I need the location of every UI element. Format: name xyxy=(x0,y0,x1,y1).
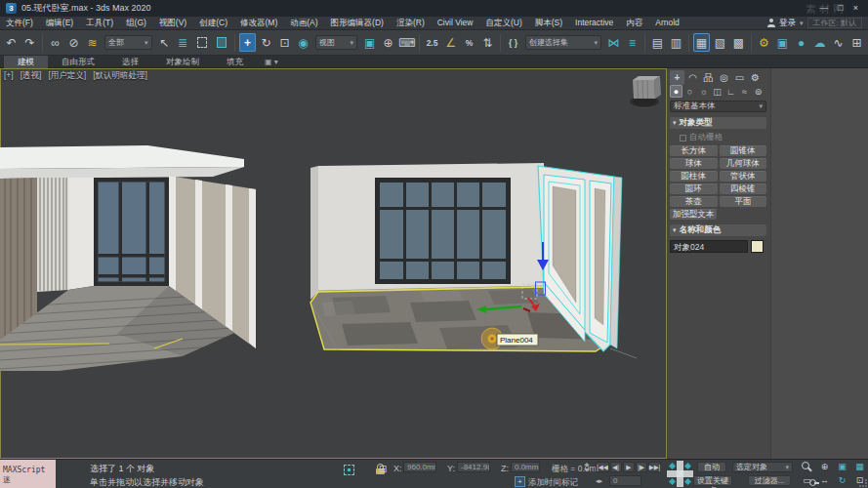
ribbon-tab-populate[interactable]: 填充 xyxy=(213,56,257,68)
current-frame-field[interactable]: 0 xyxy=(609,475,641,486)
key-filters-button[interactable]: 过滤器... xyxy=(748,475,791,486)
object-type-button[interactable]: 几何球体 xyxy=(720,158,767,169)
next-frame-button[interactable]: |▶ xyxy=(636,462,647,472)
render-frame-icon[interactable]: ▣ xyxy=(774,33,791,52)
material-editor-icon[interactable]: ▩ xyxy=(730,33,747,52)
play-button[interactable]: ▶ xyxy=(623,462,635,472)
menu-item[interactable]: 图形编辑器(D) xyxy=(331,18,384,29)
menu-item[interactable]: 渲染(R) xyxy=(396,18,425,29)
select-manipulate-icon[interactable]: ⊕ xyxy=(380,33,396,52)
render-cloud-icon[interactable]: ☁ xyxy=(811,33,828,52)
align-icon[interactable]: ≡ xyxy=(624,33,641,52)
object-type-button[interactable]: 圆柱体 xyxy=(670,171,718,182)
tab-hierarchy[interactable]: 品 xyxy=(701,70,716,85)
menu-item[interactable]: Arnold xyxy=(655,18,680,29)
ribbon-options-icon[interactable]: ▣ ▾ xyxy=(265,58,278,66)
render-production-icon[interactable]: ● xyxy=(793,33,809,52)
textplus-button[interactable]: 加强型文本 xyxy=(670,209,717,220)
sub-helpers[interactable]: ∟ xyxy=(724,85,737,98)
layer-explorer-icon[interactable]: ▥ xyxy=(668,33,684,52)
scene-explorer-icon[interactable]: ▤ xyxy=(649,33,666,52)
orbit-icon[interactable]: ↻ xyxy=(834,474,850,486)
object-name-field[interactable]: 对象024 xyxy=(670,240,748,253)
object-type-button[interactable]: 圆锥体 xyxy=(720,145,767,156)
redo-icon[interactable]: ↷ xyxy=(21,33,38,52)
time-tag-icon[interactable]: + xyxy=(515,476,525,487)
ribbon-tab-freeform[interactable]: 自由形式 xyxy=(48,56,108,68)
viewport[interactable]: [+][透视][用户定义][默认明暗处理] xyxy=(0,68,667,459)
zoom-icon[interactable] xyxy=(799,461,815,472)
key-step-arrows[interactable]: ◂▸ xyxy=(596,477,602,485)
menu-item[interactable]: Civil View xyxy=(437,18,474,29)
named-sets-dropdown[interactable]: 创建选择集▾ xyxy=(525,35,601,50)
add-time-tag[interactable]: 添加时间标记 xyxy=(528,477,578,488)
sub-shapes[interactable]: ○ xyxy=(683,85,696,98)
right-room-model[interactable]: Plane004 xyxy=(310,163,637,358)
unlink-icon[interactable]: ⊘ xyxy=(65,33,82,52)
selection-filter-dropdown[interactable]: 全部▾ xyxy=(104,35,152,50)
menu-item[interactable]: 动画(A) xyxy=(290,18,317,29)
menu-item[interactable]: 脚本(S) xyxy=(535,18,562,29)
set-key-button[interactable]: 设置关键点 xyxy=(693,475,732,486)
viewcube[interactable] xyxy=(629,76,661,108)
auto-key-button[interactable]: 自动 xyxy=(697,462,726,472)
object-type-button[interactable]: 球体 xyxy=(670,158,718,169)
arnold-render-icon[interactable]: ∿ xyxy=(830,33,847,52)
viewport-scene[interactable]: Plane004 xyxy=(0,68,667,459)
object-color-swatch[interactable] xyxy=(751,240,764,253)
undo-icon[interactable]: ↶ xyxy=(3,33,20,52)
go-end-button[interactable]: ▶▶| xyxy=(648,462,662,472)
spinner-snap-icon[interactable]: ⇅ xyxy=(479,33,496,52)
render-setup-icon[interactable]: ⚙ xyxy=(756,33,772,52)
menu-item[interactable]: 编辑(E) xyxy=(46,18,73,29)
object-type-button[interactable]: 长方体 xyxy=(670,145,718,156)
open-explorer-icon[interactable]: ⊞ xyxy=(848,33,865,52)
maxscript-mini-listener[interactable]: MAXScript 迷 xyxy=(0,460,56,488)
snap-toggle-icon[interactable]: 2.5 xyxy=(424,33,440,52)
select-by-name-icon[interactable]: ≣ xyxy=(175,33,191,52)
key-mode-dropdown[interactable]: 选定对象 ▾ xyxy=(732,462,793,472)
tab-display[interactable]: ▭ xyxy=(732,70,747,85)
left-room-model[interactable] xyxy=(0,145,256,371)
z-coordinate-field[interactable]: 0.0mm xyxy=(511,462,540,472)
zoom-region-icon[interactable]: ▭ xyxy=(799,474,815,486)
absolute-mode-icon[interactable]: ⊞ xyxy=(376,462,390,475)
close-button[interactable]: × xyxy=(853,4,858,13)
rect-selection-icon[interactable] xyxy=(197,37,207,48)
percent-snap-icon[interactable]: % xyxy=(461,33,477,52)
window-crossing-icon[interactable] xyxy=(217,37,227,48)
menu-item[interactable]: 组(G) xyxy=(126,18,146,29)
x-coordinate-field[interactable]: 960.0mm xyxy=(403,462,436,472)
object-type-button[interactable]: 平面 xyxy=(720,196,767,207)
tab-utilities[interactable]: ⚙ xyxy=(748,70,763,85)
select-object-icon[interactable]: ↖ xyxy=(156,33,173,52)
mirror-icon[interactable]: ⋈ xyxy=(605,33,622,52)
object-type-button[interactable]: 圆环 xyxy=(670,183,718,194)
viewport-label[interactable]: [+] xyxy=(4,70,14,82)
angle-snap-icon[interactable]: ∠ xyxy=(442,33,459,52)
viewport-label[interactable]: [用户定义] xyxy=(48,70,86,82)
tab-motion[interactable]: ◎ xyxy=(717,70,731,85)
sub-geometry[interactable]: ● xyxy=(670,85,682,98)
object-type-button[interactable]: 茶壶 xyxy=(670,196,718,207)
tab-modify[interactable]: ◠ xyxy=(685,70,700,85)
login-button[interactable]: 登录 xyxy=(779,18,796,29)
autogrid-checkbox[interactable]: 自动栅格 xyxy=(680,132,770,143)
menu-item[interactable]: 文件(F) xyxy=(6,18,33,29)
ribbon-tab-object-paint[interactable]: 对象绘制 xyxy=(152,56,213,68)
object-type-button[interactable]: 管状体 xyxy=(720,171,767,182)
select-scale-icon[interactable]: ⊡ xyxy=(276,33,293,52)
login-caret-icon[interactable]: ▾ xyxy=(800,20,804,27)
zoom-extents-icon[interactable]: ▣ xyxy=(834,461,850,472)
rollout-object-type[interactable]: ▾ 对象类型 xyxy=(670,117,766,129)
ribbon-tab-selection[interactable]: 选择 xyxy=(108,56,152,68)
select-place-icon[interactable]: ◉ xyxy=(295,33,311,52)
use-pivot-icon[interactable]: ▣ xyxy=(361,33,378,52)
prev-frame-button[interactable]: ◀| xyxy=(610,462,622,472)
pan-icon[interactable]: ↔ xyxy=(816,474,833,486)
rollout-name-color[interactable]: ▾ 名称和颜色 xyxy=(670,224,766,236)
viewport-label[interactable]: [透视] xyxy=(21,70,42,82)
menu-item[interactable]: 创建(C) xyxy=(199,18,227,29)
workspace-dropdown[interactable]: 工作区: 默认 xyxy=(807,18,862,28)
object-type-button[interactable]: 四棱锥 xyxy=(720,183,767,194)
